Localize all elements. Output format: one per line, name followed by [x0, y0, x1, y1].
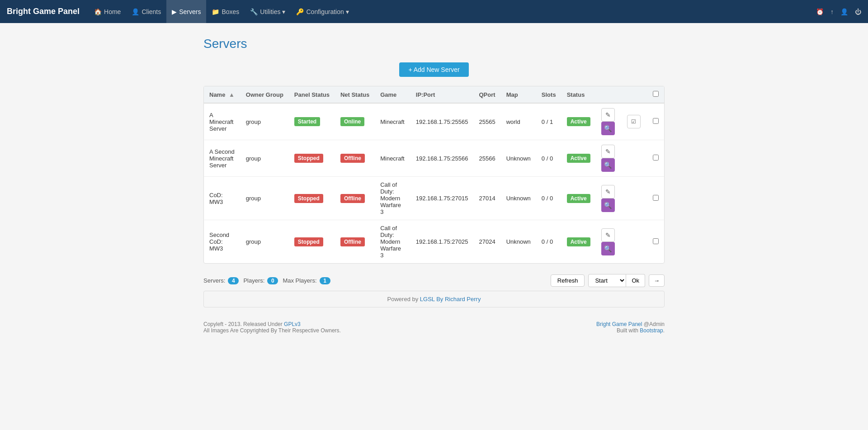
powered-by-bar: Powered by LGSL By Richard Perry: [203, 291, 665, 307]
col-name[interactable]: Name ▲: [204, 86, 241, 103]
add-new-server-button[interactable]: + Add New Server: [399, 62, 468, 77]
cell-ip-port-0: 192.168.1.75:25565: [410, 103, 474, 140]
footer-left: Copyleft - 2013. Released Under GPLv3 Al…: [203, 321, 341, 334]
brand-link[interactable]: Bright Game Panel: [7, 7, 80, 16]
cell-net-status-0: Online: [335, 103, 375, 140]
app-name-link[interactable]: Bright Game Panel: [596, 321, 642, 327]
cell-edit-2: ✎ 🔍: [596, 177, 622, 220]
nav-link-boxes[interactable]: 📁 Boxes: [206, 0, 245, 23]
cell-actions2-2: [622, 177, 647, 220]
row-checkbox-0[interactable]: [653, 118, 659, 124]
search-button-1[interactable]: 🔍: [601, 158, 615, 172]
user-icon[interactable]: 👤: [840, 8, 848, 15]
nav-label-home: Home: [104, 8, 121, 15]
nav-item-clients: 👤 Clients: [126, 0, 166, 23]
nav-link-clients[interactable]: 👤 Clients: [126, 0, 166, 23]
search-button-3[interactable]: 🔍: [601, 242, 615, 255]
cell-name-2: CoD: MW3: [204, 177, 241, 220]
edit-button-2[interactable]: ✎: [601, 185, 615, 198]
header-row: Name ▲ Owner Group Panel Status Net Stat…: [204, 86, 664, 103]
navbar: Bright Game Panel 🏠 Home 👤 Clients ▶ Ser…: [0, 0, 868, 23]
cell-qport-2: 27014: [473, 177, 500, 220]
configuration-icon: 🔑: [296, 8, 304, 15]
search-button-0[interactable]: 🔍: [601, 122, 615, 135]
dropdown-arrow-utilities: ▾: [282, 8, 285, 15]
col-ip-port: IP:Port: [410, 86, 474, 103]
copyright-line: Copyleft - 2013. Released Under GPLv3: [203, 321, 341, 327]
cell-panel-status-0: Started: [289, 103, 335, 140]
status-badge-0: Active: [567, 117, 590, 126]
nav-link-configuration[interactable]: 🔑 Configuration ▾: [291, 0, 354, 23]
cell-slots-3: 0 / 0: [536, 220, 561, 264]
clock-icon[interactable]: ⏰: [816, 8, 824, 15]
cell-map-3: Unknown: [501, 220, 536, 264]
bootstrap-link[interactable]: Bootstrap: [640, 327, 663, 334]
nav-item-home: 🏠 Home: [89, 0, 126, 23]
period: .: [663, 327, 665, 334]
cell-name-0: A Minecraft Server: [204, 103, 241, 140]
servers-label: Servers:: [203, 277, 225, 284]
nav-link-utilities[interactable]: 🔧 Utilities ▾: [245, 0, 291, 23]
edit-button-1[interactable]: ✎: [601, 145, 615, 158]
cell-qport-3: 27024: [473, 220, 500, 264]
cell-name-1: A Second Minecraft Server: [204, 140, 241, 177]
upload-icon[interactable]: ↑: [830, 8, 834, 15]
cell-slots-1: 0 / 0: [536, 140, 561, 177]
cell-map-0: world: [501, 103, 536, 140]
cell-owner-0: group: [241, 103, 289, 140]
row-checkbox-1[interactable]: [653, 155, 659, 161]
main-content: Servers + Add New Server Name ▲ Owner Gr…: [185, 23, 683, 347]
cell-ip-port-1: 192.168.1.75:25566: [410, 140, 474, 177]
panel-status-badge-2: Stopped: [294, 194, 323, 203]
max-players-stat: Max Players: 1: [283, 277, 330, 284]
cell-slots-2: 0 / 0: [536, 177, 561, 220]
license-link[interactable]: GPLv3: [284, 321, 301, 327]
refresh-button[interactable]: Refresh: [551, 274, 585, 287]
col-qport: QPort: [473, 86, 500, 103]
cell-checkbox-1: [647, 140, 664, 177]
add-button-container: + Add New Server: [203, 62, 665, 77]
nav-item-configuration: 🔑 Configuration ▾: [291, 0, 354, 23]
select-all-checkbox[interactable]: [653, 91, 659, 97]
cell-ip-port-2: 192.168.1.75:27015: [410, 177, 474, 220]
utilities-icon: 🔧: [250, 8, 258, 15]
dropdown-arrow-configuration: ▾: [346, 8, 349, 15]
cell-status-2: Active: [561, 177, 596, 220]
lgsl-link[interactable]: LGSL By Richard Perry: [420, 296, 481, 302]
panel-status-badge-0: Started: [294, 117, 320, 126]
col-net-status: Net Status: [335, 86, 375, 103]
action-select[interactable]: Start Stop Restart Delete: [588, 274, 626, 287]
cell-game-3: Call of Duty: Modern Warfare 3: [375, 220, 410, 264]
cell-net-status-3: Offline: [335, 220, 375, 264]
navbar-right: ⏰ ↑ 👤 ⏻: [816, 8, 861, 15]
net-status-badge-0: Online: [340, 117, 364, 126]
col-actions-1: [596, 86, 622, 103]
cell-owner-3: group: [241, 220, 289, 264]
check-button-0[interactable]: ☑: [627, 115, 641, 128]
edit-button-3[interactable]: ✎: [601, 228, 615, 242]
cell-map-2: Unknown: [501, 177, 536, 220]
ok-button[interactable]: Ok: [626, 274, 645, 287]
cell-actions2-1: [622, 140, 647, 177]
players-stat: Players: 0: [243, 277, 278, 284]
nav-link-servers[interactable]: ▶ Servers: [166, 0, 206, 23]
edit-button-0[interactable]: ✎: [601, 108, 615, 122]
cell-qport-1: 25566: [473, 140, 500, 177]
arrow-button[interactable]: →: [649, 274, 665, 287]
row-checkbox-3[interactable]: [653, 238, 659, 244]
row-checkbox-2[interactable]: [653, 195, 659, 201]
table-header: Name ▲ Owner Group Panel Status Net Stat…: [204, 86, 664, 103]
nav-link-home[interactable]: 🏠 Home: [89, 0, 126, 23]
search-button-2[interactable]: 🔍: [601, 198, 615, 212]
cell-status-3: Active: [561, 220, 596, 264]
nav-item-boxes: 📁 Boxes: [206, 0, 245, 23]
cell-owner-2: group: [241, 177, 289, 220]
cell-edit-0: ✎ 🔍: [596, 103, 622, 140]
power-icon[interactable]: ⏻: [855, 8, 861, 15]
images-line: All Images Are Copyrighted By Their Resp…: [203, 327, 341, 334]
clients-icon: 👤: [132, 8, 139, 15]
players-count: 0: [267, 277, 278, 284]
nav-item-servers: ▶ Servers: [166, 0, 206, 23]
nav-item-utilities: 🔧 Utilities ▾: [245, 0, 291, 23]
servers-tbody: A Minecraft Server group Started Online …: [204, 103, 664, 263]
